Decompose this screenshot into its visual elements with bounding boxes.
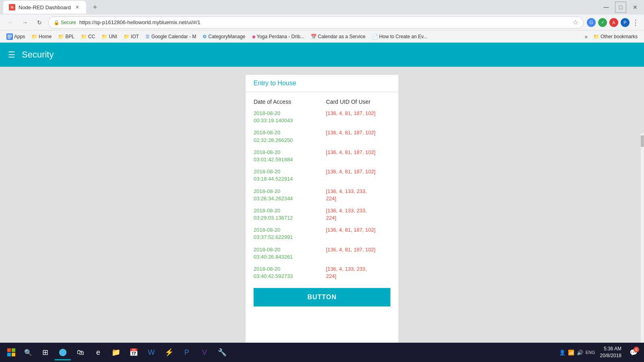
table-row: 2018-08-2003:40:42.592733 [136, 4, 133, …	[254, 265, 390, 280]
svg-rect-5	[11, 36, 12, 37]
scroll-thumb[interactable]	[641, 135, 644, 147]
card-body: Date of Access Card UID Of User 2018-08-…	[246, 92, 398, 315]
network-icon[interactable]: 📶	[568, 350, 574, 356]
date-value: 2018-08-2002:32:28.266250	[254, 129, 318, 144]
card-uid-value: [136, 4, 81, 187, 102]	[326, 226, 390, 234]
table-row: 2018-08-2003:29:03.136712 [136, 4, 133, …	[254, 207, 390, 222]
bookmark-bpl[interactable]: 📁 BPL	[56, 33, 77, 40]
refresh-button[interactable]: ↻	[34, 17, 45, 28]
ie-taskbar-icon[interactable]: e	[90, 344, 106, 360]
card-uid-value: [136, 4, 81, 187, 102]	[326, 110, 390, 117]
bookmark-cc-label: CC	[88, 34, 95, 39]
table-row: 2018-08-2000:33:19.140043 [136, 4, 81, 1…	[254, 110, 390, 124]
restore-button[interactable]: □	[615, 2, 626, 13]
tab-close-button[interactable]: ✕	[74, 4, 80, 10]
store-taskbar-icon[interactable]: 🛍	[72, 344, 89, 360]
table-row: 2018-08-2003:01:42.591884 [136, 4, 81, 1…	[254, 149, 390, 163]
main-content: Entry to House Date of Access Card UID O…	[0, 67, 644, 362]
bookmark-calendar-service-label: Calendar as a Service	[318, 34, 365, 39]
bookmarks-more-button[interactable]: »	[583, 33, 589, 41]
table-headers: Date of Access Card UID Of User	[254, 99, 390, 105]
category-icon: ⚙	[202, 34, 207, 39]
table-row: 2018-08-2003:26:34.262344 [136, 4, 133, …	[254, 188, 390, 202]
svg-rect-1	[9, 35, 10, 36]
forward-button[interactable]: →	[19, 17, 31, 28]
hamburger-menu-button[interactable]: ☰	[8, 50, 15, 60]
task-view-button[interactable]: ⊞	[37, 344, 53, 360]
browser-controls: ← → ↻ 🔒 Secure https://sp-p1612806-hello…	[0, 14, 644, 31]
notification-button[interactable]: 💬 6	[626, 345, 641, 360]
svg-rect-0	[8, 35, 9, 36]
ext-icon-2[interactable]: A	[609, 18, 618, 27]
calendar-service-icon: 📅	[311, 34, 317, 39]
calendar-taskbar-icon[interactable]: 📅	[126, 344, 142, 360]
chrome-icon[interactable]: G	[587, 18, 596, 27]
search-button[interactable]: 🔍	[21, 345, 35, 360]
tab-title: Node-RED Dashboard	[19, 4, 71, 10]
table-row: 2018-08-2003:37:52.622991 [136, 4, 81, 1…	[254, 226, 390, 241]
bookmark-apps[interactable]: Apps	[4, 33, 27, 41]
bookmark-yoga[interactable]: ◆ Yoga Perdana - Drib...	[250, 33, 307, 40]
word-taskbar-icon[interactable]: W	[143, 344, 159, 360]
user-icon[interactable]: 👤	[559, 350, 566, 356]
bookmark-iot-label: IOT	[131, 34, 139, 39]
back-button[interactable]: ←	[5, 17, 16, 28]
bookmark-how-to[interactable]: 📄 How to Create an Ev...	[369, 33, 430, 40]
extension-icons: G ✓ A P ⋮	[587, 18, 639, 27]
bookmark-uni[interactable]: 📁 UNI	[99, 33, 120, 40]
start-button[interactable]	[3, 344, 19, 360]
bookmark-category[interactable]: ⚙ CategoryManage	[200, 33, 248, 40]
taskbar-date-display: 20/8/2018	[600, 352, 621, 359]
scrollbar[interactable]	[641, 134, 644, 362]
bookmark-home-label: Home	[39, 34, 52, 39]
minimize-button[interactable]: ─	[601, 2, 612, 13]
address-bar[interactable]: 🔒 Secure https://sp-p1612806-helloworld.…	[48, 16, 584, 29]
system-tray: 👤 📶 🔊 ENG	[559, 350, 595, 356]
bookmark-uni-label: UNI	[109, 34, 117, 39]
bookmark-iot[interactable]: 📁 IOT	[121, 33, 141, 40]
vs-taskbar-icon[interactable]: V	[196, 344, 213, 360]
close-window-button[interactable]: ✕	[630, 2, 641, 13]
explorer-taskbar-icon[interactable]: 📁	[108, 344, 124, 360]
bookmarks-bar: Apps 📁 Home 📁 BPL 📁 CC 📁 UNI 📁 IOT 🗓 Goo…	[0, 31, 644, 43]
bookmark-star-icon[interactable]: ☆	[573, 19, 578, 26]
browser-menu-button[interactable]: ⋮	[632, 18, 639, 27]
bookmark-calendar-service[interactable]: 📅 Calendar as a Service	[308, 33, 368, 40]
folder-icon: 📁	[101, 34, 107, 39]
address-text[interactable]: https://sp-p1612806-helloworld.mybluemix…	[79, 19, 570, 25]
other-bookmarks-label: Other bookmarks	[601, 34, 638, 39]
svg-rect-6	[8, 38, 9, 39]
secure-label: Secure	[61, 20, 76, 25]
bookmark-google-calendar[interactable]: 🗓 Google Calendar - M	[143, 33, 198, 40]
misc-taskbar-icon[interactable]: 🔧	[214, 344, 230, 360]
apps-grid-icon	[6, 33, 13, 40]
ext-icon-3[interactable]: P	[621, 18, 630, 27]
taskbar-clock[interactable]: 5:36 AM 20/8/2018	[597, 346, 625, 359]
ext-icon-1[interactable]: ✓	[598, 18, 607, 27]
bookmark-category-label: CategoryManage	[208, 34, 245, 39]
bookmark-yoga-label: Yoga Perdana - Drib...	[257, 34, 304, 39]
bookmark-home[interactable]: 📁 Home	[29, 33, 54, 40]
volume-icon[interactable]: 🔊	[577, 350, 583, 356]
notification-badge: 6	[634, 347, 639, 352]
table-row: 2018-08-2002:32:28.266250 [136, 4, 81, 1…	[254, 129, 390, 144]
new-tab-button[interactable]: +	[89, 2, 101, 13]
card-uid-value: [136, 4, 81, 187, 102]	[326, 129, 390, 136]
card-uid-value: [136, 4, 81, 187, 102]	[326, 246, 390, 253]
svg-rect-7	[9, 38, 10, 39]
folder-icon: 📁	[593, 34, 599, 39]
svg-rect-11	[12, 353, 15, 356]
browser-titlebar: N Node-RED Dashboard ✕ + ─ □ ✕	[0, 0, 644, 14]
table-row: 2018-08-2003:40:26.843261 [136, 4, 81, 1…	[254, 246, 390, 261]
bookmark-cc[interactable]: 📁 CC	[78, 33, 97, 40]
card-uid-value: [136, 4, 81, 187, 102]	[326, 168, 390, 175]
chrome-taskbar-icon[interactable]: ⬤	[55, 344, 71, 360]
other-bookmarks[interactable]: 📁 Other bookmarks	[591, 33, 640, 40]
action-button[interactable]: BUTTON	[254, 288, 390, 306]
access-card: Entry to House Date of Access Card UID O…	[246, 75, 398, 354]
active-tab[interactable]: N Node-RED Dashboard ✕	[3, 1, 86, 14]
app-title: Security	[22, 49, 54, 60]
flash-taskbar-icon[interactable]: ⚡	[161, 344, 177, 360]
ps-taskbar-icon[interactable]: P	[179, 344, 195, 360]
card-uid-value: [136, 4, 133, 233,224]	[326, 188, 390, 202]
